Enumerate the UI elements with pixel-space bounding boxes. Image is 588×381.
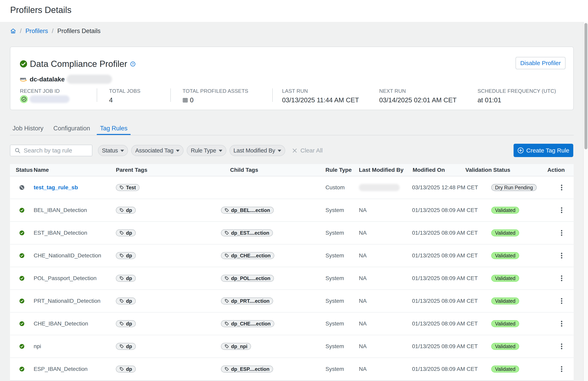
stat-next-run: NEXT RUN 03/14/2025 02:01 AM CET: [379, 88, 457, 104]
row-actions-menu[interactable]: [559, 320, 564, 328]
validation-status-badge: Validated: [491, 275, 519, 282]
child-tag-chip[interactable]: dp_CHE....ection: [221, 252, 274, 259]
filter-dropdown-label: Status: [102, 147, 118, 154]
filter-dropdown-associated-tag[interactable]: Associated Tag: [131, 145, 184, 156]
rule-type: System: [325, 230, 344, 236]
tag-icon: [225, 254, 229, 258]
validation-status-badge: Validated: [491, 230, 519, 236]
filter-toolbar: Status Associated Tag Rule Type Last Mod…: [10, 144, 574, 158]
breadcrumb: / Profilers / Profilers Details: [10, 27, 101, 35]
row-actions-menu[interactable]: [559, 229, 564, 237]
child-tag-label: dp_BEL....ection: [231, 207, 270, 213]
last-modified-by: NA: [359, 298, 367, 304]
caret-down-icon: [219, 150, 222, 152]
breadcrumb-link-profilers[interactable]: Profilers: [25, 27, 48, 35]
row-actions-menu[interactable]: [559, 274, 564, 282]
validation-status-badge: Validated: [491, 252, 519, 259]
modified-on: 01/13/2025 08:09 AM CET: [412, 366, 478, 372]
table-grid-icon: [183, 98, 188, 103]
redacted-job-id: [30, 95, 69, 103]
scrollbar-thumb[interactable]: [584, 23, 588, 149]
parent-tag-chip[interactable]: dp: [116, 275, 136, 282]
modified-on: 01/13/2025 08:09 AM CET: [412, 343, 478, 350]
table-row: npi dp dp_npi System NA 01/13/2025 08:09…: [10, 335, 574, 358]
clear-all-button[interactable]: Clear All: [292, 145, 323, 156]
column-header-last-modified-by: Last Modified By: [359, 167, 403, 173]
parent-tag-chip[interactable]: dp: [116, 343, 136, 350]
tab-tag-rules[interactable]: Tag Rules: [97, 122, 131, 135]
scrollbar-track[interactable]: [583, 22, 588, 381]
parent-tag-chip[interactable]: dp: [116, 230, 136, 236]
last-modified-by: NA: [359, 275, 367, 281]
stat-label: TOTAL JOBS: [109, 88, 141, 94]
stat-value: 03/14/2025 02:01 AM CET: [379, 96, 457, 104]
child-tag-chip[interactable]: dp_PRT....ection: [221, 297, 273, 305]
last-modified-by: NA: [359, 207, 367, 213]
stat-value: 0: [190, 96, 193, 104]
tab-bar: Job History Configuration Tag Rules: [9, 122, 134, 135]
disable-profiler-button[interactable]: Disable Profiler: [516, 57, 566, 69]
modified-on: 01/13/2025 08:09 AM CET: [412, 298, 478, 304]
row-actions-menu[interactable]: [559, 206, 564, 214]
parent-tag-chip[interactable]: dp: [116, 297, 136, 305]
caret-down-icon: [278, 150, 281, 152]
child-tag-label: dp_PRT....ection: [231, 298, 270, 304]
child-tag-chip[interactable]: dp_npi: [221, 343, 251, 350]
table-row: ESP_IBAN_Detection dp dp_ESP....ection S…: [10, 358, 574, 381]
tag-rule-name: POL_Passport_Detection: [34, 275, 97, 281]
tag-rule-name: EST_IBAN_Detection: [34, 230, 87, 236]
tag-rule-name: CHE_NationalID_Detection: [34, 253, 101, 259]
search-box[interactable]: [10, 145, 92, 156]
parent-tag-chip[interactable]: dp: [116, 366, 136, 373]
row-actions-menu[interactable]: [559, 252, 564, 260]
filter-dropdown-last-modified-by[interactable]: Last Modified By: [230, 145, 285, 156]
tag-icon: [119, 231, 124, 235]
tag-icon: [225, 299, 229, 303]
validation-status-badge: Validated: [491, 366, 519, 373]
tag-rule-name-link[interactable]: test_tag_rule_sb: [34, 184, 78, 191]
child-tag-chip[interactable]: dp_BEL....ection: [221, 207, 274, 214]
parent-tag-label: dp: [126, 321, 132, 327]
row-actions-menu[interactable]: [559, 297, 564, 305]
tag-rule-name: BEL_IBAN_Detection: [34, 207, 87, 213]
modified-on: 01/13/2025 08:09 AM CET: [412, 230, 478, 236]
tab-configuration[interactable]: Configuration: [50, 122, 93, 135]
status-enabled-icon: [20, 208, 24, 212]
filter-dropdown-label: Last Modified By: [233, 147, 275, 154]
child-tag-chip[interactable]: dp_EST....ection: [221, 230, 273, 236]
tag-icon: [119, 254, 124, 258]
search-input[interactable]: [24, 147, 89, 154]
parent-tag-chip[interactable]: dp: [116, 252, 136, 259]
title-bar: Profilers Details: [0, 0, 588, 22]
tab-job-history[interactable]: Job History: [9, 122, 47, 135]
tabs-divider: [10, 135, 574, 135]
child-tag-chip[interactable]: dp_CHE....ection: [221, 320, 274, 327]
table-row: PRT_NationalID_Detection dp dp_PRT....ec…: [10, 290, 574, 313]
tag-icon: [225, 367, 229, 371]
filter-dropdown-status[interactable]: Status: [98, 145, 128, 156]
parent-tag-label: dp: [126, 207, 132, 213]
tag-icon: [119, 299, 124, 303]
table-header-row: Status Name Parent Tags Child Tags Rule …: [10, 164, 574, 176]
status-enabled-icon: [20, 276, 24, 281]
close-icon: [292, 148, 297, 153]
home-icon[interactable]: [10, 28, 16, 34]
row-actions-menu[interactable]: [559, 365, 564, 373]
tag-icon: [225, 321, 229, 326]
parent-tag-chip[interactable]: dp: [116, 207, 136, 214]
child-tag-chip[interactable]: dp_ESP....ection: [221, 366, 273, 373]
status-disabled-icon: [20, 185, 24, 190]
row-actions-menu[interactable]: [559, 342, 564, 351]
stat-value: at 01:01: [478, 96, 556, 104]
tag-rule-name: PRT_NationalID_Detection: [34, 298, 101, 304]
tag-icon: [225, 231, 229, 235]
table-row: BEL_IBAN_Detection dp dp_BEL....ection S…: [10, 199, 574, 222]
parent-tag-chip[interactable]: dp: [116, 320, 136, 327]
help-icon[interactable]: [130, 62, 135, 66]
column-header-name: Name: [34, 167, 49, 173]
parent-tag-chip[interactable]: Test: [116, 184, 140, 191]
create-tag-rule-button[interactable]: Create Tag Rule: [514, 144, 573, 157]
child-tag-chip[interactable]: dp_POL....ection: [221, 275, 274, 282]
filter-dropdown-rule-type[interactable]: Rule Type: [187, 145, 226, 156]
row-actions-menu[interactable]: [559, 184, 564, 192]
